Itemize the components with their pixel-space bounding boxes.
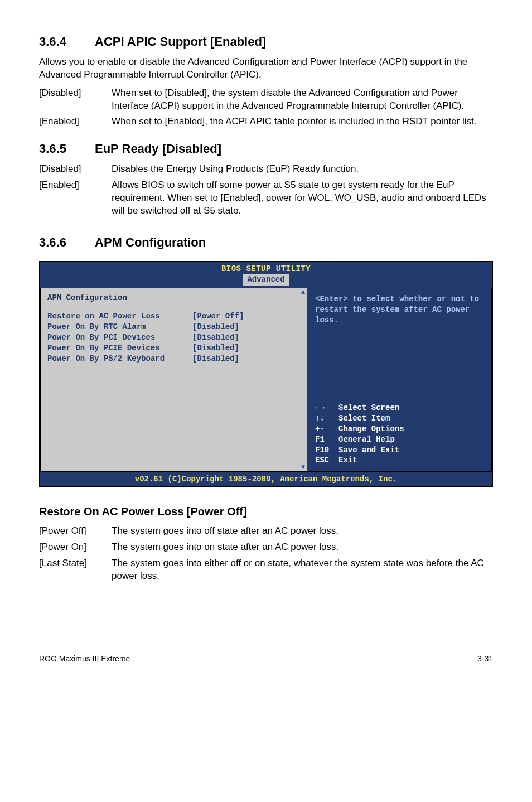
bios-item-label: Power On By PCI Devices: [47, 332, 192, 343]
row-val: The system goes into off state after an …: [112, 525, 493, 538]
row-val: When set to [Enabled], the ACPI APIC tab…: [112, 115, 493, 128]
row-val: The system goes into on state after an A…: [112, 541, 493, 554]
key-label: General Help: [338, 435, 395, 444]
heading-restore: Restore On AC Power Loss [Power Off]: [39, 504, 493, 519]
footer-right: 3-31: [477, 654, 493, 664]
bios-item-rtc-alarm[interactable]: Power On By RTC Alarm[Disabled]: [47, 322, 300, 332]
bios-footer: v02.61 (C)Copyright 1985-2009, American …: [40, 472, 492, 486]
section-364: 3.6.4ACPI APIC Support [Enabled] Allows …: [39, 33, 493, 128]
row-val: Disables the Energy Using Products (EuP)…: [112, 163, 493, 176]
row-restore-last: [Last State] The system goes into either…: [39, 557, 493, 583]
row-val: Allows BIOS to switch off some power at …: [112, 179, 493, 218]
help-key-row: ←→Select Screen: [315, 403, 483, 413]
key-symbol: ↑↓: [315, 413, 338, 424]
heading-title: APM Configuration: [95, 235, 206, 249]
bios-help-text: <Enter> to select whether or not to rest…: [315, 294, 483, 326]
row-key: [Disabled]: [39, 163, 112, 176]
bios-panel: BIOS SETUP UTILITY Advanced APM Configur…: [39, 261, 493, 488]
key-label: Save and Exit: [338, 446, 399, 455]
footer-left: ROG Maximus III Extreme: [39, 654, 130, 664]
row-key: [Last State]: [39, 557, 112, 583]
heading-364: 3.6.4ACPI APIC Support [Enabled]: [39, 33, 493, 50]
bios-help-keys: ←→Select Screen ↑↓Select Item +-Change O…: [315, 403, 483, 466]
bios-scrollbar[interactable]: ▲ ▼: [299, 288, 307, 471]
heading-365: 3.6.5EuP Ready [Disabled]: [39, 141, 493, 157]
bios-right-pane: <Enter> to select whether or not to rest…: [307, 288, 492, 472]
key-symbol: ESC: [315, 455, 338, 466]
row-365-enabled: [Enabled] Allows BIOS to switch off some…: [39, 179, 493, 218]
row-val: When set to [Disabled], the system disab…: [112, 87, 493, 113]
bios-title: BIOS SETUP UTILITY: [40, 262, 492, 274]
heading-366: 3.6.6APM Configuration: [39, 234, 493, 251]
section-366: 3.6.6APM Configuration BIOS SETUP UTILIT…: [39, 234, 493, 487]
bios-item-label: Power On By PS/2 Keyboard: [47, 354, 192, 364]
row-key: [Enabled]: [39, 115, 112, 128]
bios-item-value: [Disabled]: [192, 322, 239, 332]
key-symbol: F1: [315, 434, 338, 445]
bios-item-value: [Power Off]: [192, 311, 244, 322]
key-label: Change Options: [338, 424, 404, 433]
help-key-row: ESCExit: [315, 455, 483, 466]
bios-item-restore-ac[interactable]: Restore on AC Power Loss[Power Off]: [47, 311, 300, 322]
scroll-down-icon[interactable]: ▼: [299, 463, 307, 471]
bios-item-ps2[interactable]: Power On By PS/2 Keyboard[Disabled]: [47, 354, 300, 364]
intro-364: Allows you to enable or disable the Adva…: [39, 56, 493, 81]
bios-tab-row: Advanced: [40, 274, 492, 288]
row-restore-on: [Power On] The system goes into on state…: [39, 541, 493, 554]
heading-num: 3.6.4: [39, 33, 95, 50]
key-symbol: F10: [315, 445, 338, 456]
bios-body: APM Configuration Restore on AC Power Lo…: [40, 288, 492, 472]
section-restore: Restore On AC Power Loss [Power Off] [Po…: [39, 504, 493, 583]
page-footer: ROG Maximus III Extreme 3-31: [39, 650, 493, 664]
bios-tab-advanced[interactable]: Advanced: [243, 274, 289, 286]
row-val: The system goes into either off or on st…: [112, 557, 493, 583]
help-key-row: ↑↓Select Item: [315, 413, 483, 424]
bios-left-title: APM Configuration: [47, 293, 300, 303]
row-key: [Power Off]: [39, 525, 112, 538]
scroll-up-icon[interactable]: ▲: [299, 288, 307, 296]
bios-item-pcie[interactable]: Power On By PCIE Devices[Disabled]: [47, 343, 300, 354]
row-364-disabled: [Disabled] When set to [Disabled], the s…: [39, 87, 493, 113]
bios-item-value: [Disabled]: [192, 354, 239, 364]
key-label: Exit: [338, 456, 357, 465]
help-key-row: F1General Help: [315, 434, 483, 445]
row-restore-off: [Power Off] The system goes into off sta…: [39, 525, 493, 538]
row-364-enabled: [Enabled] When set to [Enabled], the ACP…: [39, 115, 493, 128]
key-symbol: ←→: [315, 403, 338, 413]
key-label: Select Item: [338, 414, 390, 423]
heading-title: ACPI APIC Support [Enabled]: [95, 35, 266, 49]
help-key-row: F10Save and Exit: [315, 445, 483, 456]
key-symbol: +-: [315, 424, 338, 434]
row-key: [Power On]: [39, 541, 112, 554]
key-label: Select Screen: [338, 403, 399, 412]
row-key: [Disabled]: [39, 87, 112, 113]
help-key-row: +-Change Options: [315, 424, 483, 434]
row-key: [Enabled]: [39, 179, 112, 218]
heading-title: EuP Ready [Disabled]: [95, 142, 221, 156]
bios-left-pane: APM Configuration Restore on AC Power Lo…: [40, 288, 307, 472]
row-365-disabled: [Disabled] Disables the Energy Using Pro…: [39, 163, 493, 176]
bios-item-label: Power On By RTC Alarm: [47, 322, 192, 332]
heading-num: 3.6.5: [39, 141, 95, 157]
bios-item-label: Restore on AC Power Loss: [47, 311, 192, 322]
bios-item-value: [Disabled]: [192, 332, 239, 343]
heading-num: 3.6.6: [39, 234, 95, 251]
bios-item-pci[interactable]: Power On By PCI Devices[Disabled]: [47, 332, 300, 343]
bios-item-value: [Disabled]: [192, 343, 239, 354]
section-365: 3.6.5EuP Ready [Disabled] [Disabled] Dis…: [39, 141, 493, 217]
bios-item-label: Power On By PCIE Devices: [47, 343, 192, 354]
